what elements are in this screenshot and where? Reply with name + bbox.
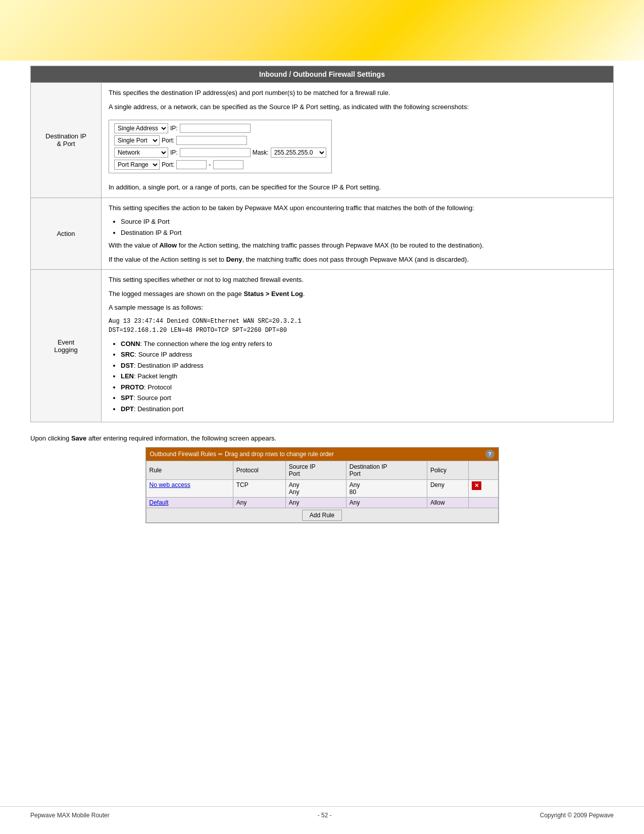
action-bullet-list: Source IP & Port Destination IP & Port bbox=[121, 217, 606, 237]
protocol-any: Any bbox=[233, 498, 285, 508]
rule-name-default[interactable]: Default bbox=[146, 498, 233, 508]
action-content: This setting specifies the action to be … bbox=[102, 198, 614, 270]
mask-label: Mask: bbox=[253, 148, 269, 157]
form-row-single-port: Single Port Port Range Port: bbox=[114, 135, 326, 145]
table-header: Inbound / Outbound Firewall Settings bbox=[31, 66, 614, 83]
port-input-1[interactable] bbox=[176, 136, 247, 145]
firewall-header: Outbound Firewall Rules ✏ Drag and drop … bbox=[146, 448, 499, 461]
port-type-select-1[interactable]: Single Port Port Range bbox=[114, 135, 160, 145]
rule-name-no-web[interactable]: No web access bbox=[146, 480, 233, 498]
col-rule: Rule bbox=[146, 461, 233, 480]
action-label: Action bbox=[31, 198, 102, 270]
port-range-sep: - bbox=[209, 160, 211, 170]
settings-table: Inbound / Outbound Firewall Settings Des… bbox=[30, 66, 614, 422]
dest-para-1: This specifies the destination IP addres… bbox=[109, 88, 606, 98]
col-source: Source IPPort bbox=[285, 461, 346, 480]
col-policy: Policy bbox=[427, 461, 468, 480]
bullet-src: SRC: Source IP address bbox=[121, 350, 606, 360]
add-rule-cell: Add Rule bbox=[146, 508, 498, 523]
delete-cell: ✕ bbox=[469, 480, 498, 498]
dest-any: Any bbox=[346, 498, 427, 508]
mini-form-example: Single Address Network Port Range IP: Si… bbox=[109, 120, 332, 173]
no-delete-cell bbox=[469, 498, 498, 508]
bullet-source-ip: Source IP & Port bbox=[121, 217, 606, 227]
port-range-end[interactable] bbox=[213, 160, 243, 169]
port-range-start[interactable] bbox=[176, 160, 207, 169]
form-row-port-range: Port Range Single Port Port: - bbox=[114, 160, 326, 170]
event-bullet-list: CONN: The connection where the log entry… bbox=[121, 339, 606, 414]
dest-any-80: Any80 bbox=[346, 480, 427, 498]
col-protocol: Protocol bbox=[233, 461, 285, 480]
firewall-title: Outbound Firewall Rules bbox=[150, 451, 216, 458]
destination-ip-row: Destination IP& Port This specifies the … bbox=[31, 83, 614, 198]
footer-right: Copyright © 2009 Pepwave bbox=[540, 812, 614, 819]
dest-para-2: A single address, or a network, can be s… bbox=[109, 102, 606, 112]
bullet-conn: CONN: The connection where the log entry… bbox=[121, 339, 606, 349]
firewall-table-wrapper: Outbound Firewall Rules ✏ Drag and drop … bbox=[145, 447, 499, 523]
destination-label: Destination IP& Port bbox=[31, 83, 102, 198]
bullet-proto: PROTO: Protocol bbox=[121, 382, 606, 393]
add-rule-button[interactable]: Add Rule bbox=[302, 510, 342, 521]
mask-select[interactable]: 255.255.255.0 255.255.0.0 255.0.0.0 bbox=[271, 148, 326, 158]
action-para-deny: If the value of the Action setting is se… bbox=[109, 255, 606, 265]
event-para-1: This setting specifies whether or not to… bbox=[109, 275, 606, 285]
firewall-header-left: Outbound Firewall Rules ✏ Drag and drop … bbox=[150, 451, 334, 458]
footer-left: Pepwave MAX Mobile Router bbox=[30, 812, 110, 819]
col-actions bbox=[469, 461, 498, 480]
bullet-spt: SPT: Source port bbox=[121, 393, 606, 403]
dest-after-para: In addition, a single port, or a range o… bbox=[109, 182, 606, 192]
firewall-col-header-row: Rule Protocol Source IPPort Destination … bbox=[146, 461, 498, 480]
action-row: Action This setting specifies the action… bbox=[31, 198, 614, 270]
table-row: Default Any Any Any Allow bbox=[146, 498, 498, 508]
event-mono-1: Aug 13 23:47:44 Denied CONN=Ethernet WAN… bbox=[109, 317, 606, 335]
event-logging-label: EventLogging bbox=[31, 270, 102, 422]
delete-button[interactable]: ✕ bbox=[472, 481, 481, 490]
address-type-select-1[interactable]: Single Address Network Port Range bbox=[114, 123, 168, 133]
event-para-3: A sample message is as follows: bbox=[109, 303, 606, 313]
event-logging-row: EventLogging This setting specifies whet… bbox=[31, 270, 614, 422]
port-label-1: Port: bbox=[162, 136, 174, 145]
destination-content: This specifies the destination IP addres… bbox=[102, 83, 614, 198]
form-row-single-address: Single Address Network Port Range IP: bbox=[114, 123, 326, 133]
bullet-destination-ip: Destination IP & Port bbox=[121, 228, 606, 238]
page-footer: Pepwave MAX Mobile Router - 52 - Copyrig… bbox=[0, 806, 644, 819]
network-select[interactable]: Network Single Address bbox=[114, 148, 168, 158]
firewall-section: Outbound Firewall Rules ✏ Drag and drop … bbox=[30, 447, 614, 523]
source-any: Any bbox=[285, 498, 346, 508]
form-row-network: Network Single Address IP: Mask: 255.255… bbox=[114, 148, 326, 158]
help-icon[interactable]: ? bbox=[485, 450, 494, 459]
policy-deny: Deny bbox=[427, 480, 468, 498]
col-destination: Destination IPPort bbox=[346, 461, 427, 480]
network-ip-label: IP: bbox=[170, 148, 178, 157]
drag-icon: ✏ bbox=[218, 451, 223, 458]
port-range-label: Port: bbox=[162, 160, 174, 169]
add-rule-row: Add Rule bbox=[146, 508, 498, 523]
firewall-table: Rule Protocol Source IPPort Destination … bbox=[146, 461, 499, 523]
action-para-allow: With the value of Allow for the Action s… bbox=[109, 240, 606, 251]
firewall-drag-hint: Drag and drop rows to change rule order bbox=[225, 451, 334, 458]
source-any-any: AnyAny bbox=[285, 480, 346, 498]
event-logging-content: This setting specifies whether or not to… bbox=[102, 270, 614, 422]
policy-allow: Allow bbox=[427, 498, 468, 508]
network-ip-input[interactable] bbox=[180, 148, 251, 157]
event-para-2: The logged messages are shown on the pag… bbox=[109, 289, 606, 299]
table-row: No web access TCP AnyAny Any80 Deny ✕ bbox=[146, 480, 498, 498]
bullet-len: LEN: Packet length bbox=[121, 371, 606, 381]
footer-center: - 52 - bbox=[318, 812, 332, 819]
bullet-dpt: DPT: Destination port bbox=[121, 404, 606, 414]
save-paragraph: Upon clicking Save after entering requir… bbox=[30, 434, 614, 442]
bullet-dst: DST: Destination IP address bbox=[121, 361, 606, 371]
port-range-select[interactable]: Port Range Single Port bbox=[114, 160, 160, 170]
protocol-tcp: TCP bbox=[233, 480, 285, 498]
ip-input-1[interactable] bbox=[180, 124, 251, 133]
ip-label-1: IP: bbox=[170, 124, 178, 133]
action-para-1: This setting specifies the action to be … bbox=[109, 203, 606, 213]
